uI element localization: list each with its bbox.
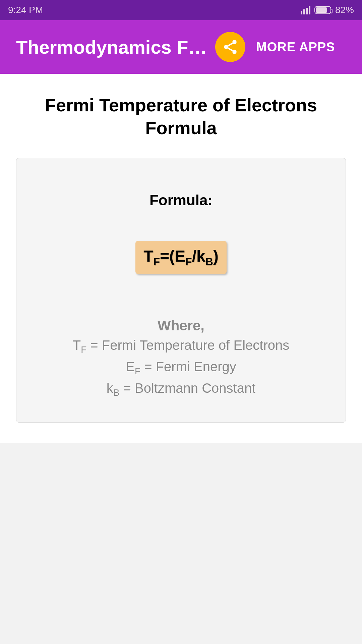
definition-ef: EF = Fermi Energy xyxy=(30,359,332,377)
formula-box: TF=(EF/kB) xyxy=(135,241,227,274)
share-icon xyxy=(222,39,239,55)
formula-expression: TF=(EF/kB) xyxy=(143,247,219,265)
status-bar: 9:24 PM 82% xyxy=(0,0,362,20)
more-apps-button[interactable]: MORE APPS xyxy=(253,40,338,54)
share-button[interactable] xyxy=(215,32,245,62)
app-title: Thermodynamics F… xyxy=(16,36,207,58)
battery-icon xyxy=(314,6,331,14)
battery-percent: 82% xyxy=(335,5,354,15)
svg-point-0 xyxy=(232,40,237,44)
definition-tf: TF = Fermi Temperature of Electrons xyxy=(30,338,332,355)
page-title: Fermi Temperature of Electrons Formula xyxy=(16,94,346,139)
where-label: Where, xyxy=(30,318,332,334)
formula-card: Formula: TF=(EF/kB) Where, TF = Fermi Te… xyxy=(16,158,346,423)
status-right: 82% xyxy=(301,5,354,15)
where-section: Where, TF = Fermi Temperature of Electro… xyxy=(30,318,332,398)
status-time: 9:24 PM xyxy=(8,5,43,15)
definition-kb: kB = Boltzmann Constant xyxy=(30,381,332,398)
app-bar: Thermodynamics F… MORE APPS xyxy=(0,20,362,74)
content-area: Fermi Temperature of Electrons Formula F… xyxy=(0,74,362,443)
signal-icon xyxy=(301,6,310,14)
formula-label: Formula: xyxy=(30,192,332,209)
svg-point-2 xyxy=(232,50,237,54)
svg-point-1 xyxy=(224,45,228,49)
